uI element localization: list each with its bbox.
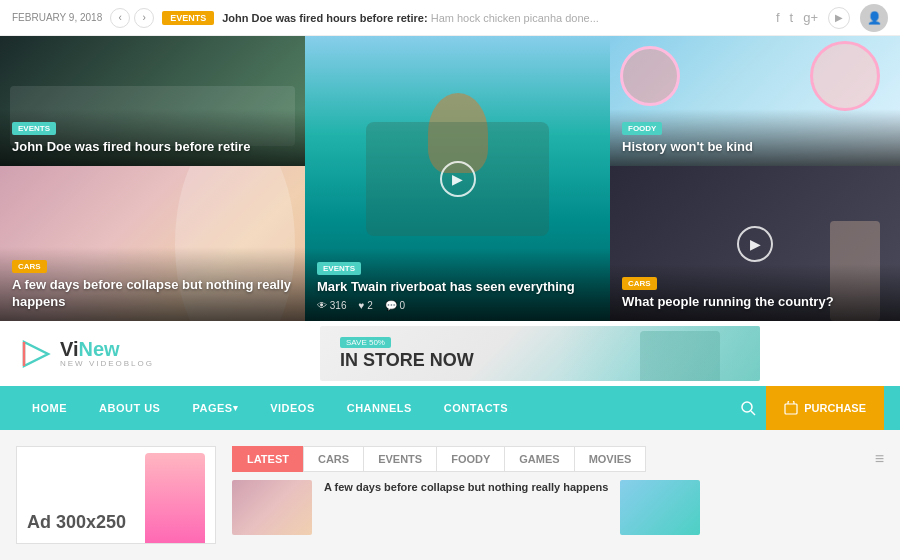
hero-card-1[interactable]: EVENTS John Doe was fired hours before r… <box>0 36 305 166</box>
facebook-link[interactable]: f <box>776 10 780 25</box>
card-2-overlay: CARS A few days before collapse but noth… <box>0 247 305 321</box>
card-1-badge: EVENTS <box>12 122 56 135</box>
card-3-overlay: EVENTS Mark Twain riverboat has seen eve… <box>305 249 610 321</box>
article-title: A few days before collapse but nothing r… <box>324 481 608 493</box>
card-3-title: Mark Twain riverboat has seen everything <box>317 279 598 296</box>
nav-videos[interactable]: VIDEOS <box>254 386 331 430</box>
tab-games[interactable]: GAMES <box>504 446 574 472</box>
ad-box: Ad 300x250 <box>16 446 216 544</box>
tab-cars[interactable]: CARS <box>303 446 364 472</box>
hero-card-3[interactable]: ▶ EVENTS Mark Twain riverboat has seen e… <box>305 36 610 321</box>
svg-marker-0 <box>24 342 48 366</box>
logo-new: New <box>79 338 120 360</box>
top-bar-icons: f t g+ ▶ 👤 <box>776 4 888 32</box>
banner-image[interactable]: SAVE 50% IN STORE NOW <box>320 326 760 381</box>
top-bar-date: FEBRUARY 9, 2018 <box>12 12 102 23</box>
top-bar: FEBRUARY 9, 2018 ‹ › EVENTS John Doe was… <box>0 0 900 36</box>
nav-bar: HOME ABOUT US PAGES VIDEOS CHANNELS CONT… <box>0 386 900 430</box>
hero-card-2[interactable]: CARS A few days before collapse but noth… <box>0 166 305 321</box>
card-2-title: A few days before collapse but nothing r… <box>12 277 293 311</box>
card-4-overlay: FOODY History won't be kind <box>610 109 900 166</box>
card-4-badge: FOODY <box>622 122 662 135</box>
tab-movies[interactable]: MOVIES <box>574 446 647 472</box>
events-badge: EVENTS <box>162 11 214 25</box>
prev-button[interactable]: ‹ <box>110 8 130 28</box>
store-text: IN STORE NOW <box>340 350 474 371</box>
logo-icon <box>20 338 52 370</box>
svg-rect-4 <box>785 404 797 414</box>
nav-contacts[interactable]: CONTACTS <box>428 386 524 430</box>
top-bar-navigation: ‹ › <box>110 8 154 28</box>
card-1-title: John Doe was fired hours before retire <box>12 139 293 156</box>
middle-section: ViNew NEW VIDEOBLOG SAVE 50% IN STORE NO… <box>0 321 900 386</box>
banner-area: SAVE 50% IN STORE NOW <box>200 326 880 381</box>
twitter-link[interactable]: t <box>790 10 794 25</box>
nav-channels[interactable]: CHANNELS <box>331 386 428 430</box>
tab-latest[interactable]: LATEST <box>232 446 304 472</box>
nav-about-us[interactable]: ABOUT US <box>83 386 176 430</box>
hero-grid: EVENTS John Doe was fired hours before r… <box>0 36 900 321</box>
tab-menu-icon[interactable]: ≡ <box>875 450 884 468</box>
nav-purchase-button[interactable]: PURCHASE <box>766 386 884 430</box>
logo-main: ViNew <box>60 339 154 359</box>
ad-image <box>145 453 205 543</box>
card-5-play[interactable]: ▶ <box>737 226 773 262</box>
purchase-label: PURCHASE <box>804 402 866 414</box>
article-thumbnail <box>232 480 312 535</box>
right-content: LATEST CARS EVENTS FOODY GAMES MOVIES ≡ … <box>232 446 884 544</box>
logo-text: ViNew NEW VIDEOBLOG <box>60 339 154 368</box>
card-3-comments: 💬 0 <box>385 300 405 311</box>
play-button[interactable]: ▶ <box>828 7 850 29</box>
card-3-play[interactable]: ▶ <box>440 161 476 197</box>
article-thumbnail-2 <box>620 480 700 535</box>
headline-bold: John Doe was fired hours before retire: <box>222 12 427 24</box>
user-button[interactable]: 👤 <box>860 4 888 32</box>
hero-card-5[interactable]: ▶ CARS What people running the country? <box>610 166 900 321</box>
card-5-title: What people running the country? <box>622 294 888 311</box>
headline-rest: Ham hock chicken picanha done... <box>428 12 599 24</box>
top-bar-headline: John Doe was fired hours before retire: … <box>222 12 768 24</box>
gplus-link[interactable]: g+ <box>803 10 818 25</box>
card-4-title: History won't be kind <box>622 139 888 156</box>
card-2-badge: CARS <box>12 260 47 273</box>
card-1-overlay: EVENTS John Doe was fired hours before r… <box>0 109 305 166</box>
card-3-likes: ♥ 2 <box>358 300 372 311</box>
svg-point-2 <box>742 402 752 412</box>
card-5-overlay: CARS What people running the country? <box>610 264 900 321</box>
tab-events[interactable]: EVENTS <box>363 446 437 472</box>
card-3-views: 👁 316 <box>317 300 346 311</box>
nav-items: HOME ABOUT US PAGES VIDEOS CHANNELS CONT… <box>16 386 730 430</box>
tab-foody[interactable]: FOODY <box>436 446 505 472</box>
card-3-meta: 👁 316 ♥ 2 💬 0 <box>317 300 598 311</box>
tabs-row: LATEST CARS EVENTS FOODY GAMES MOVIES ≡ <box>232 446 884 472</box>
article-text: A few days before collapse but nothing r… <box>324 480 608 535</box>
card-5-badge: CARS <box>622 277 657 290</box>
content-row: A few days before collapse but nothing r… <box>232 480 884 535</box>
card-3-badge: EVENTS <box>317 262 361 275</box>
hero-card-4[interactable]: FOODY History won't be kind <box>610 36 900 166</box>
nav-search-button[interactable] <box>730 386 766 430</box>
logo-sub: NEW VIDEOBLOG <box>60 359 154 368</box>
nav-pages[interactable]: PAGES <box>176 386 254 430</box>
save-badge: SAVE 50% <box>340 337 391 348</box>
next-button[interactable]: › <box>134 8 154 28</box>
ad-label: Ad 300x250 <box>27 512 126 533</box>
logo-vi: Vi <box>60 338 79 360</box>
nav-home[interactable]: HOME <box>16 386 83 430</box>
svg-line-3 <box>751 411 755 415</box>
bottom-section: Ad 300x250 LATEST CARS EVENTS FOODY GAME… <box>0 430 900 560</box>
logo-area: ViNew NEW VIDEOBLOG <box>20 338 180 370</box>
